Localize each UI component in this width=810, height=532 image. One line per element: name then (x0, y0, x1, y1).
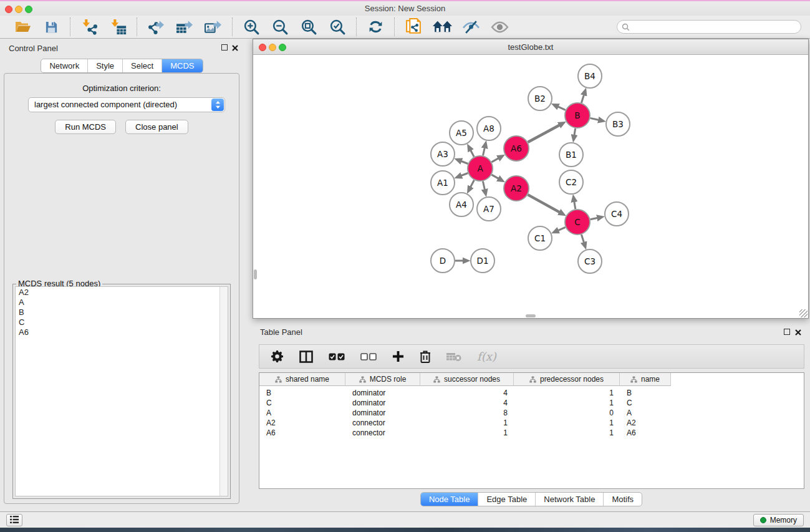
graph-node-A5[interactable]: A5 (450, 121, 473, 145)
graph-node-B2[interactable]: B2 (528, 87, 552, 110)
deselect-all-button[interactable] (360, 353, 377, 360)
zoom-selected-button[interactable] (327, 17, 348, 37)
mcds-result-item[interactable]: A (17, 297, 219, 307)
criterion-select[interactable]: largest connected component (directed) (28, 97, 225, 112)
minimize-window-icon[interactable] (15, 6, 22, 13)
graph-node-C1[interactable]: C1 (528, 226, 552, 250)
add-column-button[interactable] (392, 351, 404, 362)
graph-node-A2[interactable]: A2 (504, 176, 529, 201)
tab-select[interactable]: Select (122, 59, 162, 72)
network-zoom-icon[interactable] (279, 44, 286, 51)
graph-node-D1[interactable]: D1 (471, 249, 494, 273)
float-table-panel-icon[interactable] (784, 329, 790, 335)
export-network-button[interactable] (145, 17, 166, 37)
graph-edge-A2-C[interactable] (528, 195, 559, 212)
mcds-result-item[interactable]: C (17, 317, 219, 327)
graph-node-A6[interactable]: A6 (504, 136, 529, 161)
tab-network[interactable]: Network (41, 59, 87, 72)
vertical-scrollbar-thumb[interactable] (254, 269, 257, 279)
column-header-mcds-role[interactable]: MCDS role (345, 373, 420, 386)
settings-gear-button[interactable] (271, 350, 284, 363)
graph-node-B[interactable]: B (565, 103, 590, 128)
graph-node-C[interactable]: C (565, 210, 590, 235)
zoom-in-button[interactable] (241, 17, 262, 37)
zoom-out-button[interactable] (269, 17, 291, 37)
graph-node-A1[interactable]: A1 (431, 171, 455, 195)
import-network-button[interactable] (79, 17, 100, 37)
refresh-layout-button[interactable] (365, 17, 386, 37)
graph-edge-C-C2[interactable] (574, 202, 576, 210)
select-all-button[interactable] (329, 353, 345, 360)
mcds-result-item[interactable]: B (17, 307, 219, 317)
memory-button[interactable]: Memory (753, 514, 804, 526)
close-table-panel-icon[interactable] (794, 328, 802, 336)
graph-edge-A-A1[interactable] (461, 173, 468, 176)
mcds-result-item[interactable]: A2 (17, 288, 219, 297)
table-tab-motifs[interactable]: Motifs (603, 493, 642, 506)
show-all-button[interactable] (489, 17, 510, 37)
run-mcds-button[interactable]: Run MCDS (55, 120, 116, 134)
graph-edge-B-B2[interactable] (558, 107, 566, 110)
graph-edge-A-A5[interactable] (471, 150, 474, 157)
graph-node-B1[interactable]: B1 (559, 143, 583, 167)
graph-node-A4[interactable]: A4 (450, 193, 473, 216)
network-window-titlebar[interactable]: testGlobe.txt (253, 39, 808, 55)
column-header-shared-name[interactable]: shared name (259, 373, 345, 386)
float-panel-icon[interactable] (221, 44, 228, 51)
column-header-successor-nodes[interactable]: successor nodes (420, 373, 514, 386)
graph-edge-A-A6[interactable] (491, 158, 498, 162)
hide-selected-button[interactable] (460, 17, 481, 37)
graph-edge-A-A2[interactable] (491, 175, 498, 178)
graph-node-B3[interactable]: B3 (606, 112, 630, 136)
tab-mcds[interactable]: MCDS (162, 59, 202, 72)
graph-node-C2[interactable]: C2 (559, 170, 583, 194)
table-tab-node-table[interactable]: Node Table (421, 493, 478, 506)
graph-node-A8[interactable]: A8 (477, 117, 501, 140)
column-header-name[interactable]: name (620, 373, 671, 386)
open-session-button[interactable] (12, 17, 33, 37)
table-tab-network-table[interactable]: Network Table (535, 493, 603, 506)
graph-edge-C-C4[interactable] (591, 218, 597, 220)
graph-edge-A-A7[interactable] (483, 181, 485, 190)
graph-edge-B-B1[interactable] (574, 128, 576, 135)
graph-node-D[interactable]: D (431, 249, 455, 273)
zoom-window-icon[interactable] (25, 6, 32, 13)
delete-column-button[interactable] (420, 350, 431, 364)
graph-node-C3[interactable]: C3 (578, 249, 602, 273)
graph-edge-A-A8[interactable] (483, 148, 485, 155)
export-image-button[interactable] (203, 17, 224, 37)
graph-edge-A-A3[interactable] (461, 162, 468, 164)
graph-node-A[interactable]: A (468, 156, 493, 181)
table-row[interactable]: Bdominator41B (259, 388, 804, 398)
result-scrollbar[interactable] (219, 287, 228, 496)
tab-style[interactable]: Style (87, 59, 122, 72)
table-tab-edge-table[interactable]: Edge Table (478, 493, 535, 506)
network-minimize-icon[interactable] (269, 44, 276, 51)
graph-node-B4[interactable]: B4 (578, 64, 602, 88)
graph-edge-B-B4[interactable] (581, 95, 584, 104)
table-row[interactable]: Cdominator41C (259, 398, 804, 408)
graph-edge-C-C1[interactable] (558, 227, 565, 230)
graph-node-A3[interactable]: A3 (431, 142, 455, 166)
column-header-predecessor-nodes[interactable]: predecessor nodes (514, 373, 620, 386)
table-row[interactable]: A6connector11A6 (259, 428, 804, 438)
new-network-from-selection-button[interactable] (403, 17, 424, 37)
task-history-button[interactable] (6, 514, 22, 526)
import-table-button[interactable] (107, 17, 128, 37)
close-window-icon[interactable] (5, 6, 12, 13)
table-row[interactable]: A2connector11A2 (259, 418, 804, 428)
network-canvas[interactable]: AA1A2A3A4A5A6A7A8BB1B2B3B4CC1C2C3C4DD1 (253, 56, 808, 318)
close-panel-icon[interactable] (231, 44, 239, 51)
save-session-button[interactable] (41, 17, 62, 37)
split-columns-button[interactable] (299, 351, 313, 363)
resize-grip[interactable] (799, 309, 808, 317)
export-table-button[interactable] (174, 17, 195, 37)
graph-edge-A6-B[interactable] (528, 125, 560, 142)
first-neighbors-button[interactable] (432, 17, 453, 37)
graph-node-A7[interactable]: A7 (477, 197, 501, 221)
close-panel-button[interactable]: Close panel (125, 120, 188, 134)
table-row[interactable]: Adominator80A (259, 408, 804, 418)
search-input[interactable] (617, 20, 801, 34)
mcds-result-item[interactable]: A6 (17, 327, 219, 337)
network-close-icon[interactable] (259, 44, 266, 51)
